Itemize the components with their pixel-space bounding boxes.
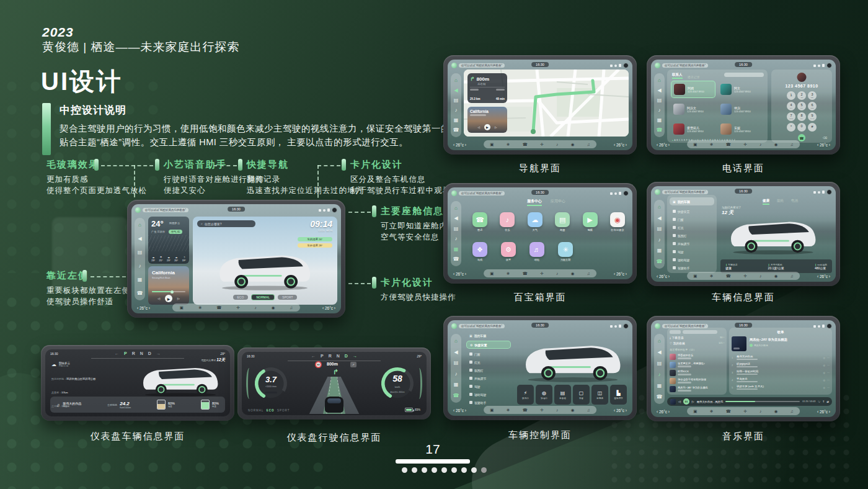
seat-icon[interactable]: ▤ bbox=[657, 226, 662, 231]
pagination-dot[interactable] bbox=[461, 467, 467, 473]
menu-item[interactable]: 座椅调节 bbox=[670, 240, 714, 248]
music-icon[interactable]: ♪ bbox=[255, 305, 257, 310]
music-icon[interactable]: ♪ bbox=[760, 142, 761, 146]
disc-icon[interactable]: ◎ bbox=[823, 364, 826, 367]
phone-icon[interactable]: ☎ bbox=[523, 142, 528, 147]
menu-item[interactable]: 门窗 bbox=[466, 350, 511, 358]
contact-item[interactable]: 阿尔文123 4567 8910 bbox=[671, 101, 715, 118]
music-icon[interactable]: ♪ bbox=[139, 263, 141, 269]
left-temp-control[interactable]: ‹ 26°c › bbox=[657, 274, 670, 279]
apps-icon[interactable]: ▦ bbox=[657, 248, 662, 253]
display-icon[interactable]: ▣ bbox=[490, 408, 494, 413]
nav-card[interactable]: ↱ 800m 后右转 25.3 km 48 min bbox=[467, 73, 507, 103]
volume-icon[interactable]: ◉ bbox=[774, 409, 778, 414]
key-star[interactable]: * bbox=[787, 123, 795, 132]
app-karaoke[interactable]: ♬唱歌 bbox=[526, 242, 548, 261]
pagination-dot[interactable] bbox=[451, 467, 457, 473]
more-icon[interactable]: ⋯ bbox=[827, 371, 830, 374]
menu-item[interactable]: 辅助驾驶 bbox=[670, 256, 714, 264]
disc-icon[interactable]: ◎ bbox=[823, 379, 826, 382]
phone-icon[interactable]: ☎ bbox=[726, 409, 731, 414]
weather-card[interactable]: 24° 阵雨多云 广东 深圳市 空气 优 ☁23° ☂21° ☁23° ☁20°… bbox=[148, 217, 189, 264]
trunk-button[interactable]: ▤后备箱 bbox=[554, 385, 571, 405]
playlist-item[interactable]: 我喜欢的音乐 bbox=[670, 352, 724, 361]
left-temp-control[interactable]: ‹ 26°c › bbox=[657, 410, 670, 414]
mode-normal[interactable]: NORMAL bbox=[248, 409, 264, 412]
heart-icon[interactable]: ♡ bbox=[818, 400, 820, 403]
pagination-dot[interactable] bbox=[422, 467, 427, 473]
pagination-dot[interactable] bbox=[402, 467, 407, 473]
volume-icon[interactable]: ◉ bbox=[571, 408, 575, 413]
menu-item[interactable]: 辅助驾驶 bbox=[466, 390, 511, 398]
tab-apps[interactable]: 应用中心 bbox=[551, 199, 565, 206]
defrost-icon[interactable]: ❄ bbox=[710, 274, 713, 279]
play-button[interactable]: ▶ bbox=[165, 295, 172, 302]
defrost-icon[interactable]: ❄ bbox=[710, 142, 713, 147]
user-avatar[interactable] bbox=[135, 207, 141, 213]
menu-item[interactable]: 驾驶 bbox=[670, 248, 714, 256]
more-icon[interactable]: ⋯ bbox=[827, 379, 830, 382]
phone-icon[interactable]: ☎ bbox=[726, 274, 731, 279]
left-temp-control[interactable]: ‹ 26°c › bbox=[453, 408, 466, 413]
next-button[interactable]: ▷ bbox=[177, 297, 180, 300]
display-icon[interactable]: ▣ bbox=[490, 142, 494, 147]
key-8[interactable]: 8TUV bbox=[797, 112, 806, 121]
voice-hint-bubble[interactable]: 你可以试试“我想听周杰伦的歌曲” bbox=[459, 191, 505, 195]
home-icon[interactable]: ⌂ bbox=[454, 338, 458, 344]
left-temp-control[interactable]: ‹ 26°c › bbox=[137, 306, 150, 310]
call-button[interactable]: ☎ bbox=[798, 134, 805, 141]
phone-icon[interactable]: ☎ bbox=[523, 408, 528, 413]
music-icon[interactable]: ♪ bbox=[658, 237, 661, 243]
music-icon[interactable]: ♪ bbox=[455, 236, 458, 241]
playlist-icon[interactable]: ♫ bbox=[790, 274, 794, 278]
disc-icon[interactable]: ◎ bbox=[823, 371, 826, 374]
seat-icon[interactable]: ▤ bbox=[454, 360, 459, 366]
playlist-icon[interactable]: ♫ bbox=[290, 305, 293, 310]
assistant-icon[interactable] bbox=[623, 63, 629, 68]
menu-item[interactable]: 氛围灯 bbox=[670, 231, 714, 240]
progress-track[interactable] bbox=[152, 291, 185, 292]
album-art[interactable] bbox=[732, 336, 746, 351]
navigation-icon[interactable]: ◀ bbox=[657, 87, 661, 93]
assistant-icon[interactable] bbox=[332, 207, 337, 213]
menu-item[interactable]: 灯光 bbox=[466, 358, 511, 366]
backspace-icon[interactable]: ⌫ bbox=[823, 136, 827, 140]
pagination-dot[interactable] bbox=[481, 467, 487, 473]
key-1[interactable]: 1 bbox=[787, 91, 795, 100]
right-temp-control[interactable]: ‹ 26°c › bbox=[322, 306, 335, 310]
pagination-dot[interactable] bbox=[412, 467, 417, 473]
contact-item[interactable]: 阿文123 4567 8910 bbox=[718, 81, 763, 98]
app-dashcam[interactable]: ◉行车记录仪 bbox=[606, 212, 629, 231]
app-weather[interactable]: ☁天气 bbox=[524, 212, 546, 231]
play-button[interactable]: ▶ bbox=[484, 124, 490, 130]
previous-button[interactable]: ◁ bbox=[678, 400, 681, 403]
user-avatar[interactable] bbox=[655, 189, 660, 195]
user-avatar[interactable] bbox=[655, 323, 660, 329]
tab-energy[interactable]: 能耗 bbox=[777, 199, 784, 205]
mode-eco[interactable]: ECO bbox=[267, 409, 275, 412]
mode-normal-button[interactable]: NORMAL bbox=[251, 294, 275, 300]
track-row[interactable]: 5说好不哭 (with 五月天)◎⋯ bbox=[732, 384, 830, 391]
climate-icon[interactable]: ✛ bbox=[540, 142, 543, 147]
menu-item[interactable]: 灯光 bbox=[670, 223, 714, 231]
volume-icon[interactable]: ◉ bbox=[272, 305, 275, 310]
music-icon[interactable]: ♪ bbox=[760, 409, 761, 413]
menu-item[interactable]: 智慧助手 bbox=[670, 264, 714, 272]
phone-icon[interactable]: ☎ bbox=[657, 127, 663, 133]
navigation-icon[interactable]: ◀ bbox=[138, 236, 141, 241]
user-avatar[interactable] bbox=[655, 63, 660, 68]
tab-health[interactable]: 健康 bbox=[763, 199, 769, 205]
music-icon[interactable]: ♪ bbox=[760, 274, 761, 278]
voice-hint-bubble[interactable]: 你可以试试“我想听周杰伦的歌曲” bbox=[143, 208, 188, 212]
key-3[interactable]: 3DEF bbox=[808, 91, 817, 100]
display-icon[interactable]: ▣ bbox=[490, 271, 494, 276]
search-bar[interactable]: ⌕ 你想去哪里? bbox=[197, 220, 255, 227]
apps-icon[interactable]: ▦ bbox=[657, 117, 662, 123]
phone-icon[interactable]: ☎ bbox=[453, 393, 459, 398]
progress-thumb[interactable] bbox=[170, 290, 174, 294]
more-icon[interactable]: ⋯ bbox=[827, 356, 830, 359]
climate-icon[interactable]: ✛ bbox=[743, 409, 746, 414]
contact-item[interactable]: 埃尔123 4567 8910 bbox=[718, 101, 763, 118]
app-music[interactable]: ♪音乐 bbox=[496, 212, 518, 231]
track-row[interactable]: 2听妈妈的话◎⋯ bbox=[732, 361, 830, 369]
